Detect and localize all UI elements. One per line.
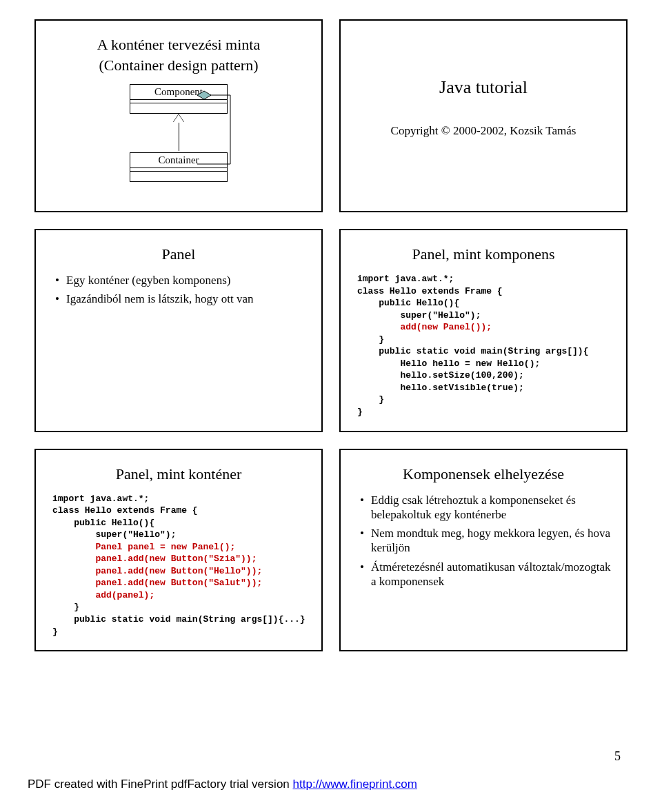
code-line: }	[357, 334, 384, 345]
slide-panel-as-component: Panel, mint komponens import java.awt.*;…	[339, 229, 628, 432]
code-line-highlight: Panel panel = new Panel();	[52, 542, 235, 552]
uml-class-component: Component	[130, 84, 228, 114]
code-line-highlight: add(panel);	[52, 590, 154, 600]
code-line: import java.awt.*;	[52, 494, 149, 504]
code-line: super("Hello");	[52, 529, 176, 540]
code-line: }	[52, 627, 58, 637]
code-line-highlight: add(new Panel());	[357, 322, 492, 332]
code-line: }	[357, 394, 384, 405]
code-line: class Hello extends Frame {	[52, 505, 198, 516]
slide-title: Komponensek elhelyezése	[356, 465, 611, 483]
code-line: public Hello(){	[52, 518, 154, 528]
slide-title: Java tutorial	[356, 77, 611, 98]
code-line: public static void main(String args[]){.…	[52, 614, 305, 625]
slide-container-pattern: A konténer tervezési minta (Container de…	[34, 19, 323, 212]
code-block: import java.awt.*; class Hello extends F…	[52, 493, 306, 638]
slide-title: Panel, mint konténer	[51, 465, 306, 483]
code-line: hello.setVisible(true);	[357, 383, 524, 393]
uml-class-container: Container	[130, 152, 228, 182]
slide-title: Panel, mint komponens	[356, 245, 611, 263]
copyright-text: Copyright © 2000-2002, Kozsik Tamás	[356, 124, 611, 138]
code-line: public Hello(){	[357, 298, 459, 308]
bullet-list: Egy konténer (egyben komponens) Igazándi…	[55, 273, 306, 307]
code-line: super("Hello");	[357, 310, 481, 321]
slide-component-placement: Komponensek elhelyezése Eddig csak létre…	[339, 449, 628, 652]
uml-inheritance-arrow	[173, 114, 184, 123]
uml-class-name: Component	[130, 85, 227, 100]
code-line-highlight: panel.add(new Button("Salut"));	[52, 578, 262, 588]
list-item: Egy konténer (egyben komponens)	[55, 273, 306, 287]
bullet-list: Eddig csak létrehoztuk a komponenseket é…	[360, 493, 611, 589]
footer-text: PDF created with FinePrint pdfFactory tr…	[28, 778, 293, 791]
code-line-highlight: panel.add(new Button("Hello"));	[52, 566, 262, 576]
uml-class-name: Container	[130, 153, 227, 168]
uml-connector	[179, 115, 179, 151]
code-block: import java.awt.*; class Hello extends F…	[357, 273, 611, 418]
uml-diagram: Component Container	[51, 84, 306, 182]
uml-empty-row	[130, 172, 227, 181]
code-line-highlight: panel.add(new Button("Szia"));	[52, 554, 257, 564]
code-line: public static void main(String args[]){	[357, 346, 588, 356]
slide-grid: A konténer tervezési minta (Container de…	[0, 0, 662, 651]
list-item: Igazándiból nem is látszik, hogy ott van	[55, 292, 306, 306]
slide-title: Panel	[51, 245, 306, 263]
list-item: Nem mondtuk meg, hogy mekkora legyen, és…	[360, 526, 611, 556]
slide-java-tutorial: Java tutorial Copyright © 2000-2002, Koz…	[339, 19, 628, 212]
page: A konténer tervezési minta (Container de…	[0, 0, 662, 812]
code-line: hello.setSize(100,200);	[357, 370, 524, 380]
code-line: import java.awt.*;	[357, 274, 454, 284]
code-line: }	[52, 602, 79, 612]
slide-panel: Panel Egy konténer (egyben komponens) Ig…	[34, 229, 323, 432]
page-number: 5	[614, 749, 621, 764]
list-item: Átméretezésnél automatikusan változtak/m…	[360, 560, 611, 589]
slide-title: A konténer tervezési minta	[51, 36, 306, 54]
code-line: }	[357, 407, 363, 417]
footer: PDF created with FinePrint pdfFactory tr…	[28, 778, 417, 791]
list-item: Eddig csak létrehoztuk a komponenseket é…	[360, 493, 611, 522]
code-line: Hello hello = new Hello();	[357, 358, 540, 369]
uml-empty-row	[130, 103, 227, 113]
footer-link[interactable]: http://www.fineprint.com	[293, 778, 417, 791]
slide-panel-as-container: Panel, mint konténer import java.awt.*; …	[34, 449, 323, 652]
code-line: class Hello extends Frame {	[357, 286, 503, 296]
slide-subtitle: (Container design pattern)	[51, 57, 306, 74]
